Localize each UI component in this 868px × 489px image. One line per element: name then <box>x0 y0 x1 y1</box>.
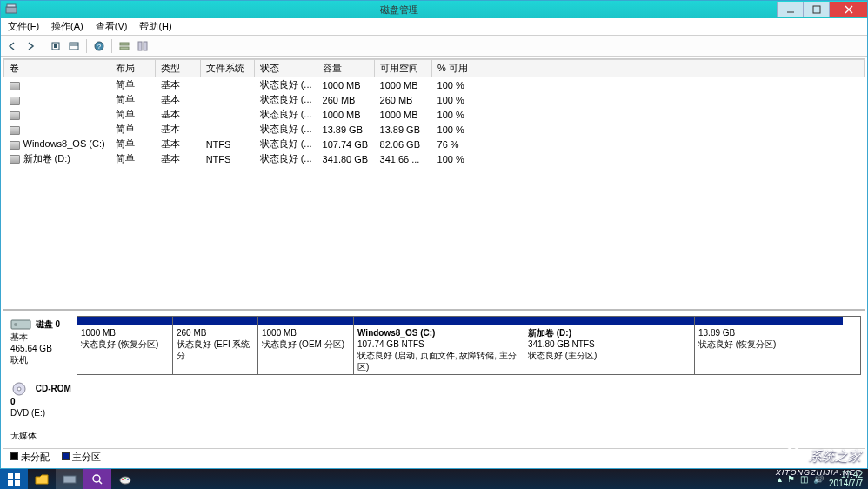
svg-point-30 <box>127 479 129 480</box>
start-button[interactable] <box>0 469 28 489</box>
volume-list[interactable]: 卷 布局 类型 文件系统 状态 容量 可用空间 % 可用 简单基本状态良好 (.… <box>3 59 865 309</box>
table-row[interactable]: 简单基本状态良好 (...13.89 GB13.89 GB100 % <box>4 122 865 137</box>
legend: 未分配 主分区 <box>3 448 865 466</box>
paint-task-icon[interactable] <box>111 469 139 489</box>
partition-block[interactable]: 新加卷 (D:)341.80 GB NTFS状态良好 (主分区) <box>524 317 695 374</box>
view-button[interactable] <box>66 38 82 54</box>
volume-icon <box>10 155 20 164</box>
svg-rect-21 <box>15 473 20 479</box>
volume-icon <box>10 82 20 90</box>
layout-button[interactable] <box>135 38 150 54</box>
svg-rect-20 <box>8 473 13 479</box>
svg-point-29 <box>124 478 126 479</box>
col-type[interactable]: 类型 <box>156 60 201 77</box>
svg-rect-8 <box>70 43 78 50</box>
svg-rect-23 <box>15 480 20 486</box>
taskbar[interactable]: ▴ ⚑ ◫ 🔊 17:42 2014/7/7 <box>0 469 868 489</box>
disk-icon <box>10 382 33 396</box>
explorer-icon[interactable] <box>28 469 56 489</box>
svg-point-28 <box>122 479 124 480</box>
table-row[interactable]: 简单基本状态良好 (...1000 MB1000 MB100 % <box>4 77 865 93</box>
partition-block[interactable]: 1000 MB状态良好 (恢复分区) <box>77 317 173 374</box>
svg-text:?: ? <box>97 43 102 50</box>
svg-rect-1 <box>7 4 16 7</box>
svg-line-26 <box>99 481 102 484</box>
svg-rect-3 <box>813 6 820 13</box>
disk-management-window: 磁盘管理 文件(F) 操作(A) 查看(V) 帮助(H) ? 卷 <box>0 0 868 469</box>
partition-block[interactable]: 1000 MB状态良好 (OEM 分区) <box>258 317 354 374</box>
menu-help[interactable]: 帮助(H) <box>136 18 175 35</box>
disk-mgmt-task-icon[interactable] <box>56 469 83 489</box>
table-row[interactable]: 新加卷 (D:)简单基本NTFS状态良好 (...341.80 GB341.66… <box>4 151 865 166</box>
app-icon <box>4 3 18 17</box>
legend-unallocated: 未分配 <box>10 451 50 464</box>
toolbar-sep <box>86 39 87 53</box>
svg-rect-14 <box>138 42 142 50</box>
disk-row: 磁盘 0基本465.64 GB联机1000 MB状态良好 (恢复分区)260 M… <box>7 316 861 375</box>
menu-view[interactable]: 查看(V) <box>92 18 131 35</box>
forward-button[interactable] <box>23 38 38 54</box>
table-row[interactable]: 简单基本状态良好 (...1000 MB1000 MB100 % <box>4 107 865 122</box>
partition-container: 1000 MB状态良好 (恢复分区)260 MB状态良好 (EFI 系统分100… <box>77 316 861 375</box>
svg-point-19 <box>17 387 21 391</box>
svg-rect-7 <box>54 44 57 48</box>
legend-primary: 主分区 <box>62 451 101 464</box>
close-button[interactable] <box>829 2 867 17</box>
col-pct[interactable]: % 可用 <box>432 60 865 77</box>
back-button[interactable] <box>4 38 20 54</box>
toolbar-sep <box>111 39 112 53</box>
content-area: 卷 布局 类型 文件系统 状态 容量 可用空间 % 可用 简单基本状态良好 (.… <box>3 58 865 466</box>
disk-row: CD-ROM 0DVD (E:)无媒体 <box>7 380 861 443</box>
disk-list-button[interactable] <box>117 38 132 54</box>
volume-icon <box>10 126 20 135</box>
svg-rect-22 <box>8 480 13 486</box>
disk-icon <box>10 318 33 332</box>
watermark: 系统之家 XITONGZHIJIA.NET <box>781 444 861 468</box>
titlebar[interactable]: 磁盘管理 <box>1 1 867 18</box>
minimize-button[interactable] <box>777 2 803 17</box>
table-row[interactable]: 简单基本状态良好 (...260 MB260 MB100 % <box>4 92 865 107</box>
col-free[interactable]: 可用空间 <box>375 60 432 77</box>
col-layout[interactable]: 布局 <box>110 60 156 77</box>
partition-block[interactable]: 13.89 GB状态良好 (恢复分区) <box>695 317 843 374</box>
partition-block[interactable]: Windows8_OS (C:)107.74 GB NTFS状态良好 (启动, … <box>354 317 524 374</box>
clock-date[interactable]: 2014/7/7 <box>829 479 863 488</box>
menu-action[interactable]: 操作(A) <box>48 18 87 35</box>
col-capacity[interactable]: 容量 <box>317 60 375 77</box>
disk-map-area: 磁盘 0基本465.64 GB联机1000 MB状态良好 (恢复分区)260 M… <box>3 309 865 448</box>
volume-icon <box>10 97 20 105</box>
maximize-button[interactable] <box>803 2 829 17</box>
table-row[interactable]: Windows8_OS (C:)简单基本NTFS状态良好 (...107.74 … <box>4 137 865 151</box>
menubar: 文件(F) 操作(A) 查看(V) 帮助(H) <box>1 18 867 36</box>
volume-table: 卷 布局 类型 文件系统 状态 容量 可用空间 % 可用 简单基本状态良好 (.… <box>3 59 865 166</box>
svg-rect-15 <box>144 42 147 50</box>
svg-point-25 <box>93 475 100 482</box>
col-volume[interactable]: 卷 <box>4 60 110 77</box>
volume-icon <box>10 111 20 120</box>
svg-point-17 <box>14 323 17 326</box>
help-button[interactable]: ? <box>91 38 107 54</box>
menu-file[interactable]: 文件(F) <box>4 18 43 35</box>
svg-rect-0 <box>6 7 17 13</box>
svg-rect-24 <box>63 476 76 483</box>
toolbar: ? <box>1 36 867 57</box>
col-fs[interactable]: 文件系统 <box>201 60 255 77</box>
window-title: 磁盘管理 <box>22 3 777 17</box>
disk-label: 磁盘 0基本465.64 GB联机 <box>7 316 77 375</box>
col-status[interactable]: 状态 <box>255 60 317 77</box>
search-task-icon[interactable] <box>83 469 111 489</box>
svg-rect-31 <box>790 457 797 466</box>
refresh-button[interactable] <box>48 38 63 54</box>
volume-icon <box>10 141 20 150</box>
partition-block[interactable]: 260 MB状态良好 (EFI 系统分 <box>173 317 258 374</box>
svg-rect-12 <box>120 43 129 45</box>
disk-label: CD-ROM 0DVD (E:)无媒体 <box>7 380 77 443</box>
svg-rect-13 <box>120 47 129 50</box>
toolbar-sep <box>43 39 43 53</box>
